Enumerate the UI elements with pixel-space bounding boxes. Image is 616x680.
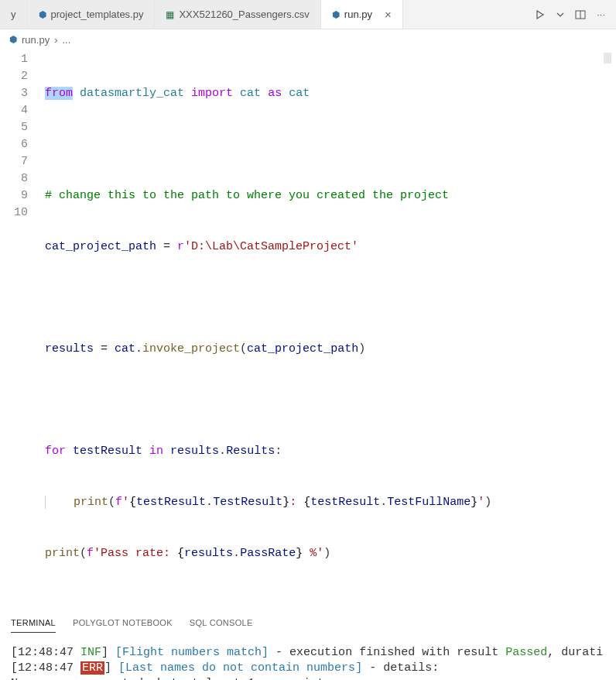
- close-tab-icon[interactable]: ×: [385, 8, 392, 21]
- tab-passengers-csv[interactable]: ▦ XXX521260_Passengers.csv: [155, 0, 320, 29]
- tab-label: project_templates.py: [51, 9, 144, 20]
- split-editor-icon[interactable]: [575, 9, 586, 20]
- minimap[interactable]: [604, 53, 611, 64]
- spreadsheet-file-icon: ▦: [166, 9, 174, 20]
- python-file-icon: ⬢: [332, 9, 340, 20]
- tab-label: XXX521260_Passengers.csv: [179, 9, 309, 20]
- tab-sql-console[interactable]: SQL CONSOLE: [190, 615, 253, 633]
- python-file-icon: ⬢: [39, 9, 46, 20]
- more-actions-icon[interactable]: ···: [597, 9, 605, 20]
- breadcrumb: ⬢ run.py › ...: [0, 29, 616, 50]
- panel-tabs: TERMINAL POLYGLOT NOTEBOOK SQL CONSOLE: [0, 610, 616, 633]
- tab-bar: y ⬢ project_templates.py ▦ XXX521260_Pas…: [0, 0, 616, 29]
- run-icon[interactable]: [535, 9, 546, 20]
- line-gutter: 12345678910: [0, 51, 45, 596]
- breadcrumb-separator-icon: ›: [54, 34, 57, 46]
- tab-label: y: [11, 9, 16, 20]
- code-editor[interactable]: 12345678910 from datasmartly_cat import …: [0, 50, 616, 610]
- tab-label: run.py: [344, 9, 372, 20]
- tab-project-templates[interactable]: ⬢ project_templates.py: [28, 0, 156, 29]
- breadcrumb-more[interactable]: ...: [62, 34, 70, 46]
- tab-terminal[interactable]: TERMINAL: [11, 615, 56, 633]
- python-file-icon: ⬢: [9, 34, 17, 45]
- tab-cut-left[interactable]: y: [0, 0, 28, 29]
- tab-actions: ···: [524, 0, 616, 29]
- run-dropdown-icon[interactable]: [556, 11, 564, 19]
- code-content[interactable]: from datasmartly_cat import cat as cat #…: [45, 51, 616, 596]
- terminal-output[interactable]: [12:48:47 INF] [Flight numbers match] - …: [0, 633, 616, 680]
- tab-run-py[interactable]: ⬢ run.py ×: [321, 0, 403, 29]
- breadcrumb-file[interactable]: run.py: [22, 34, 50, 46]
- tab-polyglot-notebook[interactable]: POLYGLOT NOTEBOOK: [73, 615, 173, 633]
